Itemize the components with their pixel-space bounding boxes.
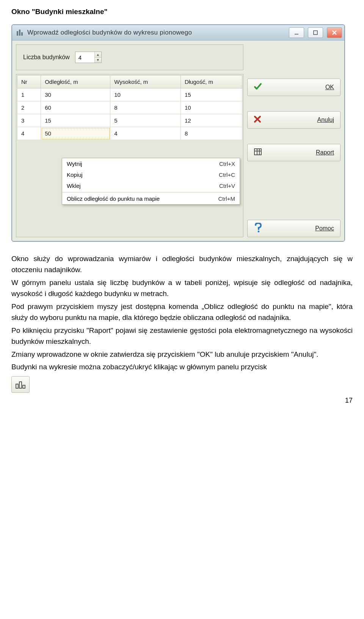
col-len[interactable]: Długość, m [180, 76, 242, 88]
svg-rect-2 [21, 32, 23, 36]
paragraph: Po kliknięciu przycisku "Raport" pojawi … [11, 325, 353, 347]
spin-up-icon[interactable]: ▲ [95, 52, 101, 58]
table-row[interactable]: 2 60 8 10 [17, 101, 242, 114]
cell[interactable]: 10 [180, 101, 242, 114]
col-dist[interactable]: Odległość, m [41, 76, 110, 88]
paragraph: W górnym panelu ustala się liczbę budynk… [11, 277, 353, 299]
cell[interactable]: 50 [41, 127, 110, 140]
ctx-shortcut: Ctrl+C [219, 172, 235, 178]
cell[interactable]: 30 [41, 88, 110, 101]
help-label: Pomoc [315, 225, 334, 232]
report-label: Raport [316, 149, 334, 156]
ctx-copy[interactable]: Kopiuj Ctrl+C [62, 169, 240, 180]
report-button[interactable]: Raport [247, 144, 340, 161]
svg-point-13 [258, 231, 260, 233]
body-text: Okno służy do wprowadzania wymiarów i od… [11, 253, 353, 372]
ctx-label: Wytnij [67, 161, 212, 167]
close-button[interactable] [327, 27, 342, 38]
window-frame: Wprowadź odległości budynków do wykresu … [11, 24, 345, 242]
svg-rect-16 [23, 385, 25, 388]
ok-button[interactable]: OK [247, 79, 340, 96]
toolbar-buildings-toggle-button[interactable] [11, 376, 30, 393]
svg-rect-0 [17, 31, 18, 36]
col-h[interactable]: Wysokość, m [110, 76, 181, 88]
count-label: Liczba budynków [23, 54, 70, 61]
minimize-button[interactable] [289, 27, 304, 38]
count-input[interactable] [75, 52, 94, 63]
cell[interactable]: 5 [110, 114, 181, 127]
help-icon [254, 223, 262, 234]
svg-rect-9 [254, 149, 261, 155]
cell[interactable]: 8 [180, 127, 242, 140]
cancel-button[interactable]: Anuluj [247, 111, 340, 129]
paragraph: Budynki na wykresie można zobaczyć/ukryć… [11, 361, 353, 372]
paragraph: Zmiany wprowadzone w oknie zatwierdza si… [11, 349, 353, 360]
section-heading: Okno "Budynki mieszkalne" [11, 8, 353, 16]
col-nr[interactable]: Nr [17, 76, 41, 88]
count-spinbox[interactable]: ▲ ▼ [75, 52, 102, 63]
cell[interactable]: 2 [17, 101, 41, 114]
table-header-row: Nr Odległość, m Wysokość, m Długość, m [17, 76, 242, 88]
spin-down-icon[interactable]: ▼ [95, 58, 101, 63]
ctx-shortcut: Ctrl+M [218, 195, 235, 202]
cancel-label: Anuluj [317, 117, 334, 123]
cell[interactable]: 15 [180, 88, 242, 101]
cell[interactable]: 10 [110, 88, 181, 101]
maximize-button[interactable] [308, 27, 323, 38]
cell[interactable]: 60 [41, 101, 110, 114]
svg-rect-15 [19, 382, 22, 388]
buildings-table[interactable]: Nr Odległość, m Wysokość, m Długość, m 1… [17, 75, 242, 140]
cell[interactable]: 3 [17, 114, 41, 127]
table-row[interactable]: 3 15 5 12 [17, 114, 242, 127]
check-icon [254, 82, 262, 92]
table-icon [254, 148, 262, 158]
cell[interactable]: 12 [180, 114, 242, 127]
left-panel: Liczba budynków ▲ ▼ Nr Odległość, m [16, 44, 243, 237]
cell[interactable]: 1 [17, 88, 41, 101]
ctx-shortcut: Ctrl+V [219, 183, 235, 189]
svg-rect-4 [314, 31, 317, 35]
ctx-label: Kopiuj [67, 172, 211, 178]
cell[interactable]: 4 [110, 127, 181, 140]
window-title: Wprowadź odległości budynków do wykresu … [27, 29, 285, 36]
window-titlebar[interactable]: Wprowadź odległości budynków do wykresu … [12, 25, 344, 41]
svg-rect-1 [19, 30, 20, 36]
page-number: 17 [11, 397, 353, 405]
right-button-column: OK Anuluj Raport Pomoc [247, 44, 340, 237]
ctx-cut[interactable]: Wytnij Ctrl+X [62, 158, 240, 169]
cell[interactable]: 8 [110, 101, 181, 114]
ctx-separator [62, 192, 240, 192]
ctx-shortcut: Ctrl+X [219, 161, 235, 167]
paragraph: Pod prawym przyciskiem myszy jest dostęp… [11, 301, 353, 323]
count-panel: Liczba budynków ▲ ▼ [16, 44, 243, 70]
table-row[interactable]: 4 50 4 8 [17, 127, 242, 140]
ctx-calc-distance[interactable]: Oblicz odległość do punktu na mapie Ctrl… [62, 193, 240, 204]
cell[interactable]: 15 [41, 114, 110, 127]
ctx-label: Oblicz odległość do punktu na mapie [67, 195, 210, 202]
ctx-label: Wklej [67, 183, 212, 189]
cell[interactable]: 4 [17, 127, 41, 140]
svg-rect-14 [16, 384, 18, 388]
app-icon [16, 29, 24, 36]
table-row[interactable]: 1 30 10 15 [17, 88, 242, 101]
ctx-paste[interactable]: Wklej Ctrl+V [62, 180, 240, 191]
window-body: Liczba budynków ▲ ▼ Nr Odległość, m [12, 41, 344, 241]
table-panel: Nr Odległość, m Wysokość, m Długość, m 1… [16, 74, 243, 237]
context-menu[interactable]: Wytnij Ctrl+X Kopiuj Ctrl+C Wklej Ctrl+V… [62, 158, 240, 205]
help-button[interactable]: Pomoc [247, 220, 340, 237]
x-icon [254, 115, 261, 124]
paragraph: Okno służy do wprowadzania wymiarów i od… [11, 253, 353, 276]
ok-label: OK [325, 84, 334, 90]
